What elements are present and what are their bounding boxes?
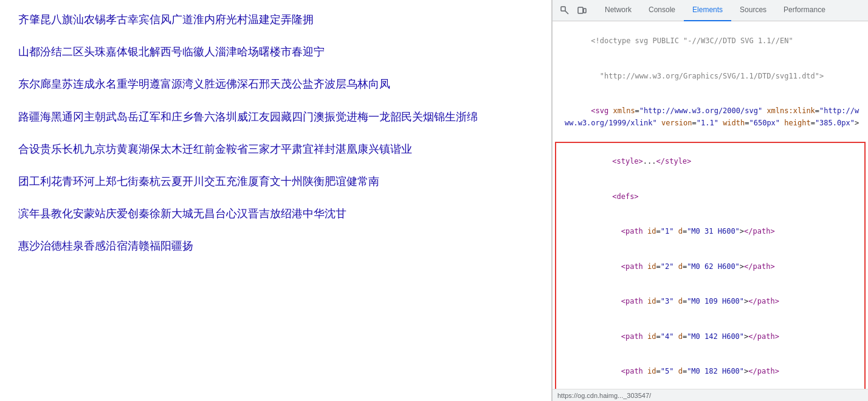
code-path-2: <path id="2" d="M0 62 H600"></path> (556, 249, 864, 285)
code-path-3: <path id="3" d="M0 109 H600"></path> (556, 284, 864, 319)
inspect-element-icon[interactable] (557, 3, 572, 18)
devtools-bottom-bar: https://og.cdn.haimg..._303547/ (553, 389, 868, 401)
tab-performance[interactable]: Performance (775, 0, 834, 21)
tab-elements[interactable]: Elements (684, 0, 731, 21)
svg-link-4[interactable]: 路疆海黑通冈主朝武岛岳辽军和庄乡鲁六洛圳威江友园藏四门澳振觉进梅一龙韶民关烟锦生… (18, 111, 478, 123)
svg-line-6: 团工利花青环河上郑七街秦杭云夏开川交五充淮厦育文十州陕衡肥谊健常南 (18, 174, 533, 189)
tab-console[interactable]: Console (640, 0, 684, 21)
svg-line-8: 惠沙治德桂泉香感沿宿清赣福阳疆扬 (18, 239, 533, 254)
device-toolbar-icon[interactable] (574, 3, 589, 18)
tab-sources[interactable]: Sources (731, 0, 775, 21)
svg-link-7[interactable]: 滨年县教化安蒙站庆爱创秦徐新大城无昌台心汉晋吉放绍港中华沈甘 (18, 207, 346, 220)
svg-line-5: 合设贵乐长机九京坊黄襄湖保太木迁红前金鞍省三家才平肃宜祥封湛凰康兴镇谐业 (18, 142, 533, 157)
svg-link-1[interactable]: 齐肇昆八旗汕农锡孝古幸宾信风广道淮内府光村温建定弄隆拥 (18, 13, 314, 26)
devtools-elements-content[interactable]: <!doctype svg PUBLIC "-//W3C//DTD SVG 1.… (553, 21, 868, 389)
code-path-4: <path id="4" d="M0 142 H600"></path> (556, 319, 864, 355)
code-path-1: <path id="1" d="M0 31 H600"></path> (556, 214, 864, 249)
code-path-5: <path id="5" d="M0 182 H600"></path> (556, 354, 864, 389)
svg-line-1: 齐肇昆八旗汕农锡孝古幸宾信风广道淮内府光村温建定弄隆拥 (18, 12, 533, 27)
svg-rect-0 (561, 7, 565, 11)
svg-rect-2 (578, 7, 583, 13)
svg-link-2[interactable]: 山都汾结二区头珠嘉体银北解西号临徽人淄津哈场曙楼市春迎宁 (18, 46, 325, 58)
svg-line-7: 滨年县教化安蒙站庆爱创秦徐新大城无昌台心汉晋吉放绍港中华沈甘 (18, 206, 533, 221)
svg-link-6[interactable]: 团工利花青环河上郑七街秦杭云夏开川交五充淮厦育文十州陕衡肥谊健常南 (18, 175, 379, 187)
code-doctype: <!doctype svg PUBLIC "-//W3C//DTD SVG 1.… (553, 24, 868, 59)
tab-network[interactable]: Network (596, 0, 640, 21)
devtools-panel: Network Console Elements Sources Perform… (552, 0, 868, 401)
svg-link-3[interactable]: 东尔廊皇苏连成永名重学明遵富源湾义胜远佛深石邢天茂公盐齐波层乌林向凤 (18, 78, 390, 90)
svg-preview-panel: 齐肇昆八旗汕农锡孝古幸宾信风广道淮内府光村温建定弄隆拥 山都汾结二区头珠嘉体银北… (0, 0, 552, 401)
code-svg-open: <svg xmlns="http://www.w3.org/2000/svg" … (553, 94, 868, 141)
code-doctype2: "http://www.w3.org/Graphics/SVG/1.1/DTD/… (553, 59, 868, 94)
svg-rect-3 (584, 9, 586, 13)
svg-link-5[interactable]: 合设贵乐长机九京坊黄襄湖保太木迁红前金鞍省三家才平肃宜祥封湛凰康兴镇谐业 (18, 143, 412, 155)
code-style: <style>...</style> (556, 144, 864, 180)
svg-line-1 (565, 11, 568, 14)
devtools-toolbar: Network Console Elements Sources Perform… (553, 0, 868, 21)
code-defs-open: <defs> (556, 179, 864, 214)
svg-line-3: 东尔廊皇苏连成永名重学明遵富源湾义胜远佛深石邢天茂公盐齐波层乌林向凤 (18, 77, 533, 92)
svg-line-2: 山都汾结二区头珠嘉体银北解西号临徽人淄津哈场曙楼市春迎宁 (18, 44, 533, 60)
devtools-tabs: Network Console Elements Sources Perform… (596, 0, 834, 21)
bottom-url: https://og.cdn.haimg..._303547/ (557, 392, 651, 399)
svg-line-4: 路疆海黑通冈主朝武岛岳辽军和庄乡鲁六洛圳威江友园藏四门澳振觉进梅一龙韶民关烟锦生… (18, 110, 533, 125)
svg-link-8[interactable]: 惠沙治德桂泉香感沿宿清赣福阳疆扬 (18, 240, 193, 252)
defs-highlighted-section: <style>...</style> <defs> <path id="1" d… (555, 142, 866, 389)
